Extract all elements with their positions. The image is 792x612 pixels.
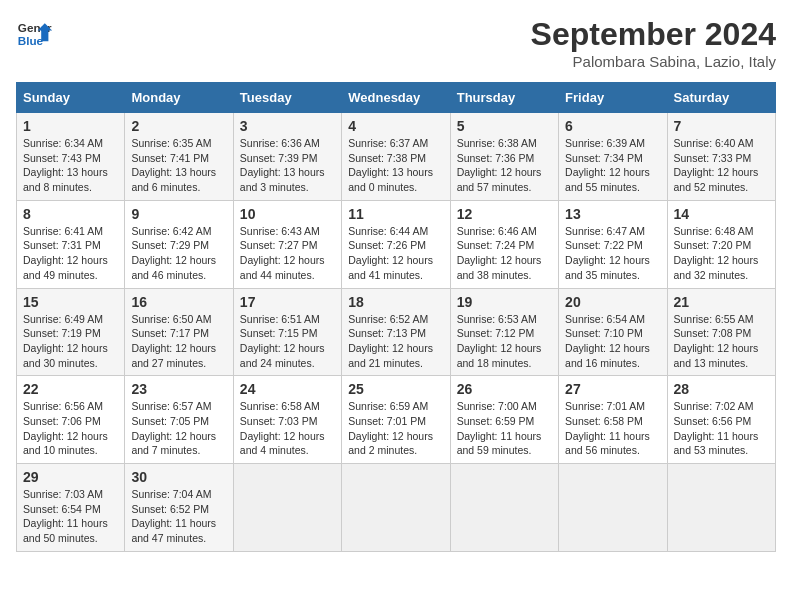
location-subtitle: Palombara Sabina, Lazio, Italy	[531, 53, 776, 70]
day-info: Sunrise: 6:47 AM Sunset: 7:22 PM Dayligh…	[565, 224, 660, 283]
day-number: 14	[674, 206, 769, 222]
day-info: Sunrise: 6:38 AM Sunset: 7:36 PM Dayligh…	[457, 136, 552, 195]
day-info: Sunrise: 6:52 AM Sunset: 7:13 PM Dayligh…	[348, 312, 443, 371]
logo-icon: General Blue	[16, 16, 52, 52]
calendar-day-cell: 8Sunrise: 6:41 AM Sunset: 7:31 PM Daylig…	[17, 200, 125, 288]
day-number: 27	[565, 381, 660, 397]
day-number: 13	[565, 206, 660, 222]
day-number: 17	[240, 294, 335, 310]
calendar-week-row: 1Sunrise: 6:34 AM Sunset: 7:43 PM Daylig…	[17, 113, 776, 201]
day-info: Sunrise: 6:58 AM Sunset: 7:03 PM Dayligh…	[240, 399, 335, 458]
day-number: 4	[348, 118, 443, 134]
calendar-day-cell: 9Sunrise: 6:42 AM Sunset: 7:29 PM Daylig…	[125, 200, 233, 288]
weekday-header: Saturday	[667, 83, 775, 113]
weekday-header: Thursday	[450, 83, 558, 113]
day-number: 21	[674, 294, 769, 310]
weekday-header-row: SundayMondayTuesdayWednesdayThursdayFrid…	[17, 83, 776, 113]
day-number: 10	[240, 206, 335, 222]
day-number: 26	[457, 381, 552, 397]
day-number: 29	[23, 469, 118, 485]
day-number: 12	[457, 206, 552, 222]
calendar-day-cell: 16Sunrise: 6:50 AM Sunset: 7:17 PM Dayli…	[125, 288, 233, 376]
day-info: Sunrise: 6:50 AM Sunset: 7:17 PM Dayligh…	[131, 312, 226, 371]
day-info: Sunrise: 6:53 AM Sunset: 7:12 PM Dayligh…	[457, 312, 552, 371]
day-number: 9	[131, 206, 226, 222]
calendar-day-cell: 20Sunrise: 6:54 AM Sunset: 7:10 PM Dayli…	[559, 288, 667, 376]
calendar-table: SundayMondayTuesdayWednesdayThursdayFrid…	[16, 82, 776, 552]
calendar-day-cell: 23Sunrise: 6:57 AM Sunset: 7:05 PM Dayli…	[125, 376, 233, 464]
weekday-header: Friday	[559, 83, 667, 113]
calendar-day-cell: 15Sunrise: 6:49 AM Sunset: 7:19 PM Dayli…	[17, 288, 125, 376]
day-info: Sunrise: 7:02 AM Sunset: 6:56 PM Dayligh…	[674, 399, 769, 458]
day-info: Sunrise: 6:57 AM Sunset: 7:05 PM Dayligh…	[131, 399, 226, 458]
day-number: 7	[674, 118, 769, 134]
calendar-day-cell: 6Sunrise: 6:39 AM Sunset: 7:34 PM Daylig…	[559, 113, 667, 201]
weekday-header: Tuesday	[233, 83, 341, 113]
weekday-header: Monday	[125, 83, 233, 113]
calendar-day-cell: 17Sunrise: 6:51 AM Sunset: 7:15 PM Dayli…	[233, 288, 341, 376]
day-info: Sunrise: 6:44 AM Sunset: 7:26 PM Dayligh…	[348, 224, 443, 283]
calendar-week-row: 15Sunrise: 6:49 AM Sunset: 7:19 PM Dayli…	[17, 288, 776, 376]
calendar-day-cell: 25Sunrise: 6:59 AM Sunset: 7:01 PM Dayli…	[342, 376, 450, 464]
day-number: 25	[348, 381, 443, 397]
calendar-day-cell	[342, 464, 450, 552]
calendar-day-cell: 14Sunrise: 6:48 AM Sunset: 7:20 PM Dayli…	[667, 200, 775, 288]
day-info: Sunrise: 6:54 AM Sunset: 7:10 PM Dayligh…	[565, 312, 660, 371]
day-number: 16	[131, 294, 226, 310]
calendar-day-cell	[233, 464, 341, 552]
day-number: 19	[457, 294, 552, 310]
day-info: Sunrise: 6:42 AM Sunset: 7:29 PM Dayligh…	[131, 224, 226, 283]
calendar-day-cell	[559, 464, 667, 552]
calendar-day-cell: 30Sunrise: 7:04 AM Sunset: 6:52 PM Dayli…	[125, 464, 233, 552]
day-number: 11	[348, 206, 443, 222]
day-number: 6	[565, 118, 660, 134]
day-number: 8	[23, 206, 118, 222]
calendar-day-cell: 7Sunrise: 6:40 AM Sunset: 7:33 PM Daylig…	[667, 113, 775, 201]
page-header: General Blue September 2024 Palombara Sa…	[16, 16, 776, 70]
day-info: Sunrise: 7:03 AM Sunset: 6:54 PM Dayligh…	[23, 487, 118, 546]
day-info: Sunrise: 7:00 AM Sunset: 6:59 PM Dayligh…	[457, 399, 552, 458]
calendar-day-cell: 28Sunrise: 7:02 AM Sunset: 6:56 PM Dayli…	[667, 376, 775, 464]
day-info: Sunrise: 6:48 AM Sunset: 7:20 PM Dayligh…	[674, 224, 769, 283]
calendar-day-cell	[450, 464, 558, 552]
weekday-header: Sunday	[17, 83, 125, 113]
day-info: Sunrise: 7:04 AM Sunset: 6:52 PM Dayligh…	[131, 487, 226, 546]
day-info: Sunrise: 6:40 AM Sunset: 7:33 PM Dayligh…	[674, 136, 769, 195]
calendar-week-row: 8Sunrise: 6:41 AM Sunset: 7:31 PM Daylig…	[17, 200, 776, 288]
calendar-day-cell: 11Sunrise: 6:44 AM Sunset: 7:26 PM Dayli…	[342, 200, 450, 288]
calendar-day-cell: 12Sunrise: 6:46 AM Sunset: 7:24 PM Dayli…	[450, 200, 558, 288]
day-number: 2	[131, 118, 226, 134]
day-info: Sunrise: 6:37 AM Sunset: 7:38 PM Dayligh…	[348, 136, 443, 195]
day-number: 20	[565, 294, 660, 310]
day-info: Sunrise: 6:49 AM Sunset: 7:19 PM Dayligh…	[23, 312, 118, 371]
calendar-day-cell: 10Sunrise: 6:43 AM Sunset: 7:27 PM Dayli…	[233, 200, 341, 288]
day-info: Sunrise: 6:34 AM Sunset: 7:43 PM Dayligh…	[23, 136, 118, 195]
day-number: 24	[240, 381, 335, 397]
day-number: 23	[131, 381, 226, 397]
day-number: 28	[674, 381, 769, 397]
day-info: Sunrise: 6:35 AM Sunset: 7:41 PM Dayligh…	[131, 136, 226, 195]
day-info: Sunrise: 6:56 AM Sunset: 7:06 PM Dayligh…	[23, 399, 118, 458]
day-number: 30	[131, 469, 226, 485]
calendar-day-cell: 26Sunrise: 7:00 AM Sunset: 6:59 PM Dayli…	[450, 376, 558, 464]
month-title: September 2024	[531, 16, 776, 53]
day-number: 18	[348, 294, 443, 310]
weekday-header: Wednesday	[342, 83, 450, 113]
day-info: Sunrise: 6:36 AM Sunset: 7:39 PM Dayligh…	[240, 136, 335, 195]
day-info: Sunrise: 6:43 AM Sunset: 7:27 PM Dayligh…	[240, 224, 335, 283]
calendar-week-row: 22Sunrise: 6:56 AM Sunset: 7:06 PM Dayli…	[17, 376, 776, 464]
day-number: 3	[240, 118, 335, 134]
day-number: 15	[23, 294, 118, 310]
day-info: Sunrise: 7:01 AM Sunset: 6:58 PM Dayligh…	[565, 399, 660, 458]
day-info: Sunrise: 6:59 AM Sunset: 7:01 PM Dayligh…	[348, 399, 443, 458]
day-info: Sunrise: 6:41 AM Sunset: 7:31 PM Dayligh…	[23, 224, 118, 283]
calendar-week-row: 29Sunrise: 7:03 AM Sunset: 6:54 PM Dayli…	[17, 464, 776, 552]
calendar-day-cell: 1Sunrise: 6:34 AM Sunset: 7:43 PM Daylig…	[17, 113, 125, 201]
calendar-day-cell: 29Sunrise: 7:03 AM Sunset: 6:54 PM Dayli…	[17, 464, 125, 552]
svg-text:Blue: Blue	[18, 34, 44, 47]
day-info: Sunrise: 6:46 AM Sunset: 7:24 PM Dayligh…	[457, 224, 552, 283]
calendar-day-cell: 3Sunrise: 6:36 AM Sunset: 7:39 PM Daylig…	[233, 113, 341, 201]
day-number: 1	[23, 118, 118, 134]
calendar-day-cell: 13Sunrise: 6:47 AM Sunset: 7:22 PM Dayli…	[559, 200, 667, 288]
calendar-day-cell: 4Sunrise: 6:37 AM Sunset: 7:38 PM Daylig…	[342, 113, 450, 201]
